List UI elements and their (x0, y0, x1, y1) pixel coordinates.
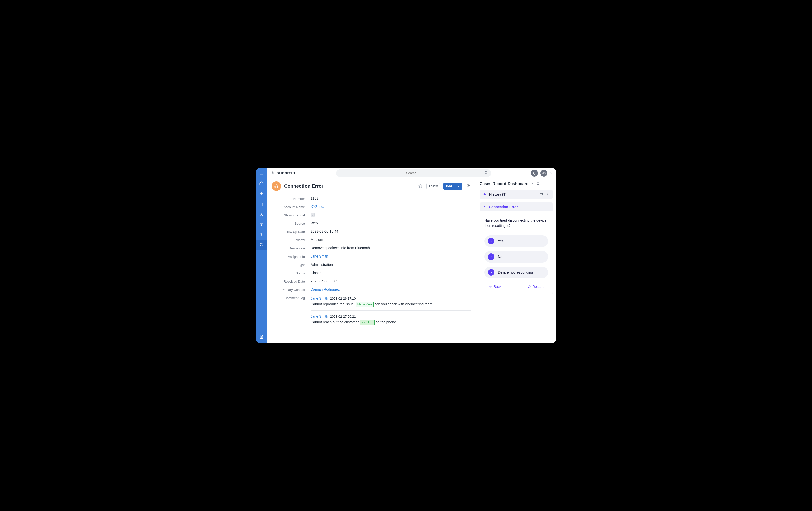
history-calendar-button[interactable] (540, 192, 543, 197)
home-icon (259, 181, 264, 186)
chevron-right-icon (490, 271, 493, 274)
comment-entry: Jane Smith 2023-02-27 00:21 Cannot reach… (311, 313, 471, 325)
dashboard-title: Cases Record Dashboard (480, 182, 528, 186)
field-label-description: Description (272, 246, 311, 250)
field-label-type: Type (272, 263, 311, 267)
main-area: sugarcrm JS (267, 168, 556, 343)
restart-icon (527, 285, 531, 288)
chevron-down-icon (457, 185, 460, 188)
sidebar-item-contacts[interactable] (256, 210, 267, 220)
field-value-priority: Medium (311, 238, 471, 242)
mention-pill[interactable]: Mario Vera (356, 302, 374, 307)
field-label-contact: Primary Contact (272, 287, 311, 292)
option-bullet (488, 269, 494, 275)
comment-author[interactable]: Jane Smith (311, 296, 328, 300)
favorite-button[interactable] (417, 183, 423, 189)
mention-pill[interactable]: XYZ Inc. (360, 320, 375, 325)
guide-option-yes[interactable]: Yes (485, 236, 548, 247)
field-value-account[interactable]: XYZ Inc. (311, 205, 471, 209)
guide-option-label: No (498, 255, 502, 259)
option-bullet (488, 238, 494, 244)
guide-back-label: Back (494, 284, 501, 289)
history-dashlet-header[interactable]: History (3) A (480, 190, 553, 199)
field-value-contact[interactable]: Damian Rodriguez (311, 287, 471, 291)
field-label-number: Number (272, 197, 311, 201)
guide-restart-button[interactable]: Restart (527, 284, 544, 289)
svg-rect-22 (540, 193, 543, 195)
dashboard-panel: Cases Record Dashboard History (3) (476, 178, 556, 343)
comment-author[interactable]: Jane Smith (311, 314, 328, 319)
history-filter-tag[interactable]: A (546, 192, 550, 197)
calendar-icon (540, 192, 543, 196)
plus-icon (483, 192, 487, 196)
sidebar-item-home[interactable] (256, 178, 267, 188)
search-input[interactable] (336, 169, 491, 177)
sidebar-item-opportunities[interactable] (256, 230, 267, 240)
option-bullet (488, 253, 494, 260)
sidebar-menu-toggle[interactable] (256, 168, 267, 178)
app-window: sugarcrm JS (256, 168, 556, 343)
field-label-comments: Comment Log (272, 296, 311, 300)
history-title: History (3) (489, 192, 537, 197)
field-value-assigned[interactable]: Jane Smith (311, 254, 471, 258)
headset-icon (274, 184, 279, 189)
plus-icon (259, 191, 264, 196)
sidebar-item-accounts[interactable] (256, 200, 267, 210)
panel-collapse-button[interactable] (465, 183, 471, 190)
field-value-resolved: 2023-04-06 05:03 (311, 279, 471, 283)
sidebar-item-leads[interactable] (256, 220, 267, 230)
field-label-priority: Priority (272, 238, 311, 242)
logo-icon (271, 171, 275, 175)
guide-option-no[interactable]: No (485, 251, 548, 263)
record-panel: Connection Error Follow Edit (267, 178, 476, 343)
filter-icon (259, 222, 264, 227)
guide-back-button[interactable]: Back (489, 284, 501, 289)
edit-button-label: Edit (446, 184, 452, 188)
svg-line-17 (487, 173, 488, 174)
comment-date: 2023-02-26 17:10 (330, 297, 356, 300)
sidebar (256, 168, 267, 343)
dashboard-dropdown[interactable] (530, 182, 534, 186)
comment-text: can you check with engineering team. (374, 302, 433, 306)
sidebar-item-cases[interactable] (256, 240, 267, 250)
comment-date: 2023-02-27 00:21 (330, 314, 356, 319)
record-fields: Number 1103 Account Name XYZ Inc. Show i… (267, 193, 476, 332)
guide-option-label: Device not responding (498, 270, 533, 274)
svg-point-16 (485, 171, 487, 173)
hamburger-icon (259, 171, 264, 175)
edit-button[interactable]: Edit (443, 183, 462, 190)
field-label-followup: Follow Up Date (272, 230, 311, 234)
accordion-header[interactable]: Connection Error (480, 202, 553, 211)
svg-point-10 (261, 213, 262, 215)
dashboard-favorite[interactable] (536, 181, 540, 186)
sidebar-item-create[interactable] (256, 188, 267, 199)
guide-option-label: Yes (498, 239, 504, 243)
user-avatar[interactable]: JS (540, 170, 547, 177)
notifications-button[interactable] (531, 170, 538, 177)
field-value-type: Administration (311, 263, 471, 267)
history-add-button[interactable] (483, 192, 487, 197)
guide-question: Have you tried disconnecting the device … (485, 218, 548, 229)
user-menu-caret[interactable] (550, 171, 553, 175)
field-label-resolved: Resolved Date (272, 279, 311, 283)
field-value-status: Closed (311, 271, 471, 275)
guide-option-not-responding[interactable]: Device not responding (485, 267, 548, 278)
building-icon (259, 202, 264, 207)
chevron-right-icon (490, 240, 493, 243)
sidebar-item-documents[interactable] (256, 332, 267, 342)
follow-button[interactable]: Follow (426, 183, 441, 189)
arrow-left-icon (489, 285, 492, 288)
comment-text: Cannot reach out the customer (311, 320, 360, 324)
chevron-double-right-icon (466, 184, 470, 188)
comment-entry: Jane Smith 2023-02-26 17:10 Cannot repro… (311, 296, 471, 307)
headset-icon (259, 242, 264, 247)
star-icon (536, 181, 540, 185)
record-module-icon (272, 181, 281, 191)
chevron-up-icon (483, 205, 487, 209)
star-icon (418, 184, 422, 188)
checkbox-show-in-portal: ✓ (311, 213, 315, 217)
edit-dropdown-toggle[interactable] (455, 185, 460, 188)
dashboard-header: Cases Record Dashboard (480, 181, 553, 186)
search-icon (485, 171, 488, 175)
comment-log: Jane Smith 2023-02-26 17:10 Cannot repro… (311, 296, 471, 325)
